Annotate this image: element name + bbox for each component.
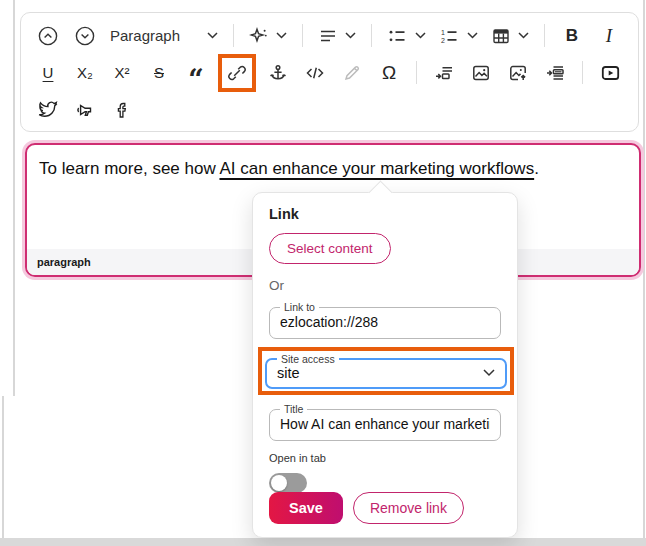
anchor-button[interactable]: [261, 56, 295, 90]
toolbar-divider: [544, 24, 545, 47]
edit-button[interactable]: [335, 56, 369, 90]
insert-inline-button[interactable]: [538, 56, 572, 90]
underline-icon: U: [43, 65, 54, 80]
bold-icon: B: [566, 27, 578, 44]
media-embed-button[interactable]: [593, 56, 627, 90]
italic-icon: I: [606, 26, 612, 45]
campaign-embed-button[interactable]: [68, 93, 102, 127]
facebook-icon: [112, 100, 132, 120]
toolbar-row-1: Paragraph 12: [31, 17, 628, 54]
insert-inline-icon: [545, 63, 566, 83]
link-to-field: Link to: [269, 301, 501, 339]
underline-button[interactable]: U: [31, 56, 65, 90]
block-quote-icon: “: [188, 66, 204, 80]
or-label: Or: [269, 278, 501, 293]
megaphone-icon: [75, 100, 96, 120]
move-up-button[interactable]: [31, 19, 65, 53]
editor-link-text[interactable]: AI can enhance your marketing workflows: [219, 159, 534, 178]
subscript-button[interactable]: X₂: [68, 56, 102, 90]
chevron-down-icon: [345, 32, 356, 39]
open-in-tab-label: Open in tab: [269, 452, 501, 464]
window-edge-left: [13, 0, 15, 396]
media-embed-icon: [600, 63, 621, 83]
select-content-button[interactable]: Select content: [269, 233, 391, 264]
save-button[interactable]: Save: [269, 492, 343, 524]
source-code-button[interactable]: [298, 56, 332, 90]
svg-text:2: 2: [441, 36, 445, 43]
link-icon: [227, 63, 247, 83]
chevron-down-icon: [276, 32, 287, 39]
svg-text:1: 1: [441, 28, 445, 35]
toolbar-divider: [582, 61, 583, 84]
insert-block-icon: [434, 63, 455, 83]
bold-button[interactable]: B: [555, 19, 589, 53]
special-characters-icon: Ω: [382, 63, 396, 82]
window-edge-left-lower: [2, 396, 4, 538]
ai-assistant-dropdown[interactable]: [244, 19, 292, 53]
paragraph-style-dropdown[interactable]: Paragraph: [105, 19, 223, 53]
text-alignment-icon: [318, 26, 338, 46]
site-access-label: Site access: [277, 353, 339, 365]
element-path-label[interactable]: paragraph: [37, 256, 91, 268]
upload-image-button[interactable]: [501, 56, 535, 90]
insert-table-dropdown[interactable]: [486, 19, 534, 53]
insert-block-button[interactable]: [427, 56, 461, 90]
editor-text-after: .: [534, 159, 539, 178]
link-button[interactable]: [223, 59, 251, 87]
twitter-embed-button[interactable]: [31, 93, 65, 127]
link-to-label: Link to: [280, 301, 319, 313]
toolbar-divider: [302, 24, 303, 47]
site-access-select[interactable]: site: [277, 365, 495, 381]
numbered-list-dropdown[interactable]: 12: [434, 19, 483, 53]
special-characters-button[interactable]: Ω: [372, 56, 406, 90]
move-down-icon: [74, 25, 96, 47]
anchor-icon: [268, 63, 288, 83]
link-dialog: Link Select content Or Link to Site acce…: [252, 192, 518, 538]
upload-image-icon: [508, 63, 528, 83]
chevron-down-icon: [415, 32, 426, 39]
site-access-highlight-annotation: Site access site: [258, 347, 514, 395]
dialog-title: Link: [269, 206, 501, 222]
insert-table-icon: [491, 26, 511, 46]
editor-toolbar: Paragraph 12: [20, 12, 639, 132]
toggle-knob: [271, 475, 287, 491]
open-in-tab-toggle[interactable]: [269, 473, 307, 493]
edit-pencil-icon: [342, 63, 362, 83]
move-down-button[interactable]: [68, 19, 102, 53]
window-edge-right: [643, 0, 645, 538]
dialog-actions: Save Remove link: [269, 492, 464, 524]
toolbar-divider: [371, 24, 372, 47]
insert-image-button[interactable]: [464, 56, 498, 90]
text-alignment-dropdown[interactable]: [313, 19, 361, 53]
site-access-field: Site access site: [265, 353, 507, 389]
title-input[interactable]: [280, 416, 490, 432]
bulleted-list-dropdown[interactable]: [382, 19, 431, 53]
superscript-icon: X²: [115, 65, 130, 80]
strikethrough-icon: S: [154, 65, 164, 80]
chevron-down-icon: [518, 32, 529, 39]
numbered-list-icon: 12: [439, 26, 460, 46]
editor-paragraph-text[interactable]: To learn more, see how AI can enhance yo…: [27, 145, 639, 179]
toolbar-divider: [233, 24, 234, 47]
screenshot-canvas: Paragraph 12: [0, 0, 646, 546]
subscript-icon: X₂: [77, 65, 93, 80]
link-to-input[interactable]: [280, 314, 490, 330]
source-code-icon: [305, 63, 325, 83]
toolbar-row-2: U X₂ X² S “: [31, 54, 628, 91]
toolbar-divider: [416, 61, 417, 84]
superscript-button[interactable]: X²: [105, 56, 139, 90]
title-label: Title: [280, 403, 307, 415]
editor-text-before: To learn more, see how: [39, 159, 219, 178]
bulleted-list-icon: [387, 26, 408, 46]
italic-button[interactable]: I: [592, 19, 626, 53]
insert-image-icon: [471, 63, 491, 83]
paragraph-style-label: Paragraph: [110, 28, 180, 43]
remove-link-button[interactable]: Remove link: [353, 492, 464, 524]
block-quote-button[interactable]: “: [179, 56, 213, 90]
site-access-value: site: [277, 365, 300, 381]
move-up-icon: [37, 25, 59, 47]
link-button-highlight-annotation: [218, 54, 256, 92]
facebook-embed-button[interactable]: [105, 93, 139, 127]
strikethrough-button[interactable]: S: [142, 56, 176, 90]
chevron-down-icon: [207, 32, 218, 39]
